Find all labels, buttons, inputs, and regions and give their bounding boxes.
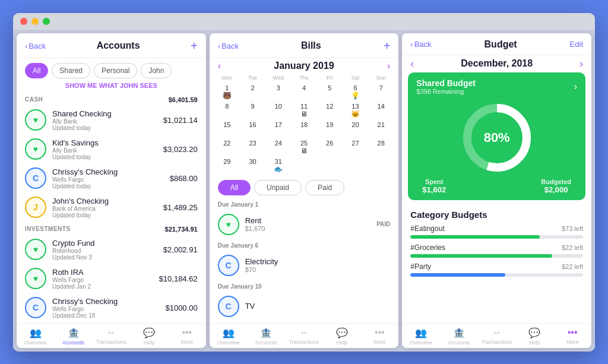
budget-next-button[interactable]: ›: [580, 58, 583, 70]
nav-more[interactable]: •••More: [361, 327, 399, 346]
cal-cell[interactable]: 25🖥: [291, 138, 316, 156]
nav-more[interactable]: •••More: [553, 327, 591, 346]
avatar-crypto: ♥: [25, 239, 46, 260]
accounts-add-button[interactable]: +: [191, 39, 198, 53]
cal-prev-button[interactable]: ‹: [218, 61, 221, 71]
budget-back-button[interactable]: ‹ Back: [410, 40, 431, 49]
account-right: $1,489.25: [163, 203, 198, 212]
nav-help[interactable]: 💬Help: [323, 327, 361, 346]
bills-back-button[interactable]: ‹ Back: [218, 42, 239, 50]
tab-all[interactable]: All: [25, 63, 48, 78]
cal-cell[interactable]: 10: [265, 102, 291, 119]
day-thu: Thu: [291, 74, 316, 82]
cal-cell[interactable]: 11🖥: [291, 102, 316, 119]
account-info-john: John's Checking Bank of America Updated …: [52, 197, 157, 219]
spent-label: Spent: [422, 178, 446, 185]
minimize-dot[interactable]: [31, 18, 39, 25]
cal-cell[interactable]: 18: [291, 120, 316, 138]
close-dot[interactable]: [20, 18, 27, 25]
avatar-roth: ♥: [25, 268, 46, 289]
cal-cell[interactable]: 14: [368, 102, 394, 119]
cal-cell[interactable]: 26: [317, 138, 343, 156]
browser-window: ‹ Back Accounts + All Shared Personal Jo…: [13, 13, 595, 352]
cal-cell[interactable]: 1🐻: [214, 83, 240, 101]
avatar-rent: ♥: [218, 214, 239, 235]
account-info-crypto: Crypto Fund Robinhood Updated Nov 3: [52, 239, 157, 261]
cal-cell[interactable]: 27: [343, 138, 368, 156]
nav-accounts[interactable]: 🏦 Accounts: [55, 327, 93, 346]
cal-cell[interactable]: 20: [343, 120, 368, 138]
nav-accounts[interactable]: 🏦Accounts: [247, 327, 285, 346]
cal-cell[interactable]: 3: [265, 83, 291, 101]
bills-list: Due January 1 ♥ Rent $1,670 PAID Due Jan…: [210, 199, 399, 323]
calendar-grid: Mon Tue Wed Thu Fri Sat Sun 1🐻 2 3 4 5 6…: [210, 74, 399, 175]
cal-cell[interactable]: 7: [368, 83, 394, 101]
nav-overview[interactable]: 👥Overview: [210, 327, 248, 346]
account-amount: $10,184.62: [159, 274, 198, 283]
account-bank: Robinhood: [52, 248, 157, 254]
cal-cell[interactable]: 17: [265, 120, 291, 138]
cal-week-5: 29 30 31🐟: [214, 157, 394, 175]
show-what-john-sees[interactable]: SHOW ME WHAT JOHN SEES: [17, 81, 206, 93]
account-name: Roth IRA: [52, 268, 153, 277]
budget-card[interactable]: Shared Budget $398 Remaining › 80% Spent: [408, 72, 585, 200]
budget-prev-button[interactable]: ‹: [410, 58, 414, 70]
nav-transactions[interactable]: ↔Transactions: [478, 327, 516, 346]
day-tue: Tue: [240, 74, 265, 82]
cat-row: #Eatingout $73 left: [410, 224, 583, 233]
cal-cell[interactable]: 16: [240, 120, 265, 138]
avatar-tv: C: [218, 296, 239, 317]
nav-more[interactable]: ••• More: [168, 327, 206, 346]
cal-cell[interactable]: 19: [317, 120, 343, 138]
budget-month-nav: ‹ December, 2018 ›: [402, 55, 591, 72]
nav-transactions[interactable]: ↔Transactions: [285, 327, 323, 346]
account-amount: $2,002.91: [163, 245, 198, 254]
nav-overview[interactable]: 👥Overview: [402, 327, 440, 346]
budget-edit-button[interactable]: Edit: [570, 40, 583, 49]
cal-cell[interactable]: 12: [317, 102, 343, 119]
cal-cell[interactable]: 28: [368, 138, 394, 156]
cal-next-button[interactable]: ›: [387, 61, 390, 71]
bill-info-rent: Rent $1,670: [245, 216, 371, 232]
account-right: $2,002.91: [163, 245, 198, 254]
bills-add-button[interactable]: +: [384, 39, 391, 53]
cal-cell[interactable]: 2: [240, 83, 265, 101]
bills-tab-paid[interactable]: Paid: [305, 180, 344, 195]
cal-cell[interactable]: 4: [291, 83, 316, 101]
bill-info-tv: TV: [245, 302, 391, 311]
nav-transactions[interactable]: ↔ Transactions: [92, 327, 130, 346]
cal-cell[interactable]: 6💡: [343, 83, 368, 101]
cal-cell[interactable]: 23: [240, 138, 265, 156]
cat-bar-fill: [410, 254, 552, 258]
bill-name: Rent: [245, 216, 371, 225]
bills-tab-unpaid[interactable]: Unpaid: [254, 180, 302, 195]
nav-help[interactable]: 💬Help: [516, 327, 554, 346]
cal-cell[interactable]: 24: [265, 138, 291, 156]
nav-overview[interactable]: 👥 Overview: [17, 327, 55, 346]
bills-tab-all[interactable]: All: [218, 180, 251, 195]
transactions-icon: ↔: [492, 327, 502, 338]
cal-cell[interactable]: 31🐟: [265, 157, 291, 175]
tab-personal[interactable]: Personal: [94, 63, 137, 78]
tab-john[interactable]: John: [141, 63, 172, 78]
cal-cell[interactable]: 15: [214, 120, 240, 138]
cal-cell[interactable]: 8: [214, 102, 240, 119]
budgeted-label: Budgeted: [541, 178, 571, 185]
accounts-back-button[interactable]: ‹ Back: [25, 42, 46, 50]
budget-panel: ‹ Back Budget Edit ‹ December, 2018 › Sh…: [402, 33, 591, 348]
cal-cell[interactable]: 22: [214, 138, 240, 156]
cal-cell[interactable]: 13🐱: [343, 102, 368, 119]
investments-section-header: INVESTMENTS $21,734.91: [17, 222, 206, 235]
tab-shared[interactable]: Shared: [52, 63, 90, 78]
cal-cell[interactable]: 21: [368, 120, 394, 138]
maximize-dot[interactable]: [43, 18, 50, 25]
cal-cell[interactable]: 29: [214, 157, 240, 175]
cal-cell[interactable]: 30: [240, 157, 265, 175]
nav-accounts[interactable]: 🏦Accounts: [440, 327, 478, 346]
nav-help[interactable]: 💬 Help: [130, 327, 168, 346]
accounts-icon: 🏦: [260, 327, 272, 338]
cal-cell[interactable]: 5: [317, 83, 343, 101]
account-info-chrissy-invest: Chrissy's Checking Wells Fargo Updated D…: [52, 297, 159, 319]
cal-cell[interactable]: 9: [240, 102, 265, 119]
account-info-kids-savings: Kid's Savings Ally Bank Updated today: [52, 138, 157, 160]
